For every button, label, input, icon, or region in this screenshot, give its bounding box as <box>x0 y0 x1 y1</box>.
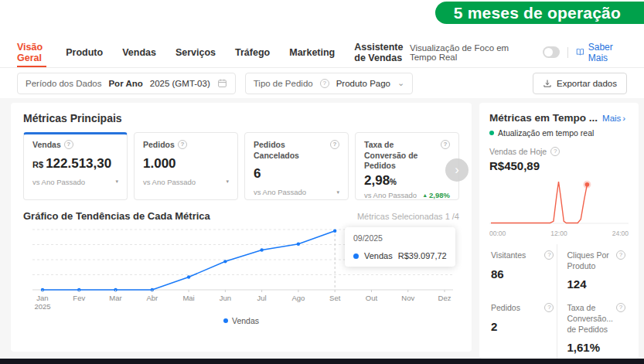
caret-down-icon[interactable]: ▾ <box>115 179 118 185</box>
axis-label: 12:00 <box>550 230 567 237</box>
tab-visao-geral[interactable]: Visão Geral <box>17 37 46 67</box>
trend-header: Gráfico de Tendências de Cada Métrica Mé… <box>23 210 459 222</box>
order-type-value: Produto Pago <box>336 79 390 88</box>
caret-down-icon[interactable]: ▾ <box>336 189 339 196</box>
metric-label: Vendas <box>32 140 61 151</box>
chevron-right-icon: › <box>455 162 459 178</box>
tooltip-series: Vendas <box>364 251 393 260</box>
nav-right: Visualização de Foco em Tempo Real Saber… <box>410 42 627 63</box>
chart-tooltip: 09/2025 Vendas R$39.097,72 <box>345 227 455 267</box>
calendar-icon <box>217 78 227 88</box>
metric-value: R$ 122.513,30 <box>32 156 118 172</box>
metric-card-vendas[interactable]: Vendas ? R$ 122.513,30 vs Ano Passado ▾ <box>23 132 128 200</box>
compare-label: vs Ano Passado <box>254 188 306 196</box>
axis-label: 24:00 <box>612 230 629 237</box>
filter-bar: Período dos Dados Por Ano 2025 (GMT-03) … <box>0 68 644 98</box>
metric-label: Taxa de Conversão de Pedidos <box>364 140 438 172</box>
trend-chart-area: JanFevMarAbrMaiJunJulAgoSetOutNovDez2025… <box>23 223 459 315</box>
stat-value: 2 <box>491 320 554 333</box>
legend-label: Vendas <box>232 316 259 325</box>
download-icon <box>543 79 552 88</box>
period-value: 2025 (GMT-03) <box>150 79 210 88</box>
content-area: Métricas Principais Vendas ? R$ 122.513,… <box>0 98 644 359</box>
tooltip-date: 09/2025 <box>353 233 447 243</box>
realtime-stats-grid: Visitantes ? 86 Cliques Por Produto ? 12… <box>489 244 629 360</box>
metric-cards-row: Vendas ? R$ 122.513,30 vs Ano Passado ▾ … <box>23 132 459 200</box>
metric-label: Pedidos <box>143 140 175 151</box>
svg-text:2025: 2025 <box>34 302 50 311</box>
divider <box>567 47 568 58</box>
learn-more-link[interactable]: Saber Mais <box>576 42 627 63</box>
chart-legend[interactable]: Vendas <box>23 316 459 325</box>
svg-text:Ago: Ago <box>291 294 305 302</box>
stat-value: 1,61% <box>567 341 625 354</box>
realtime-metrics-card: Métricas em Tempo ... Mais › Atualização… <box>479 103 639 359</box>
svg-text:Mai: Mai <box>182 294 194 302</box>
realtime-status: Atualização em tempo real <box>489 128 629 138</box>
currency-prefix: R$ <box>32 160 46 169</box>
focus-toggle-label: Visualização de Foco em Tempo Real <box>410 43 535 62</box>
main-nav: Visão Geral Produto Vendas Serviços Tráf… <box>0 37 644 68</box>
help-icon[interactable]: ? <box>64 140 73 149</box>
tab-trafego[interactable]: Tráfego <box>235 37 270 67</box>
compare-label: vs Ano Passado <box>143 178 196 186</box>
tooltip-value: R$39.097,72 <box>398 251 447 260</box>
realtime-title: Métricas em Tempo ... <box>489 112 598 124</box>
svg-text:Nov: Nov <box>401 294 414 302</box>
tab-servicos[interactable]: Serviços <box>175 37 216 67</box>
svg-text:Set: Set <box>329 294 341 302</box>
metric-card-pedidos[interactable]: Pedidos ? 1.000 vs Ano Passado ▾ <box>134 132 238 200</box>
help-icon[interactable]: ? <box>320 79 329 88</box>
help-icon[interactable]: ? <box>544 250 554 260</box>
axis-label: 00:00 <box>489 230 506 237</box>
help-icon[interactable]: ? <box>616 303 625 312</box>
chevron-down-icon: ⌄ <box>397 79 404 87</box>
help-icon[interactable]: ? <box>544 303 554 312</box>
help-icon[interactable]: ? <box>441 140 450 149</box>
metrics-carousel-next-button[interactable]: › <box>445 158 469 182</box>
key-metrics-card: Métricas Principais Vendas ? R$ 122.513,… <box>11 103 472 352</box>
learn-more-label: Saber Mais <box>588 42 627 63</box>
selected-metrics-count: Métricas Selecionadas 1 /4 <box>357 212 459 221</box>
today-sales-label: Vendas de Hoje <box>489 147 547 156</box>
stat-pedidos: Pedidos ? 2 <box>489 297 557 360</box>
stat-taxa-conversao: Taxa de Conversão... de Pedidos ? 1,61% <box>557 297 629 360</box>
stat-value: 124 <box>567 277 625 291</box>
period-label: Período dos Dados <box>26 79 101 88</box>
help-icon[interactable]: ? <box>616 250 625 260</box>
compare-label: vs Ano Passado <box>364 191 417 199</box>
svg-text:Out: Out <box>366 294 378 302</box>
tab-produto[interactable]: Produto <box>66 37 103 67</box>
realtime-chart-axis: 00:00 12:00 24:00 <box>489 230 629 237</box>
up-arrow-icon: ▲ <box>422 192 428 198</box>
operation-months-banner: 5 meses de operação <box>435 2 644 24</box>
metric-label: Pedidos Cancelados <box>254 140 327 161</box>
svg-text:Fev: Fev <box>73 294 85 302</box>
delta-badge: ▲2,98% <box>422 191 450 199</box>
realtime-more-link[interactable]: Mais › <box>602 114 625 123</box>
svg-text:Abr: Abr <box>146 294 158 302</box>
tab-marketing[interactable]: Marketing <box>289 37 335 67</box>
key-metrics-title: Métricas Principais <box>23 112 459 124</box>
order-type-filter[interactable]: Tipo de Pedido ? Produto Pago ⌄ <box>245 73 414 94</box>
date-range-filter[interactable]: Período dos Dados Por Ano 2025 (GMT-03) <box>17 73 236 94</box>
stat-cliques-por-produto: Cliques Por Produto ? 124 <box>557 244 629 297</box>
metric-card-pedidos-cancelados[interactable]: Pedidos Cancelados ? 6 vs Ano Passado ▾ <box>244 132 349 200</box>
chevron-right-icon: › <box>622 114 625 123</box>
focus-toggle[interactable] <box>543 46 561 58</box>
svg-text:Jun: Jun <box>220 294 231 302</box>
help-icon[interactable]: ? <box>550 147 560 156</box>
tab-assistente-de-vendas[interactable]: Assistente de Vendas <box>354 37 410 67</box>
metric-card-taxa-conversao[interactable]: Taxa de Conversão de Pedidos ? 2,98% vs … <box>355 132 459 200</box>
export-data-button[interactable]: Exportar dados <box>533 73 627 94</box>
svg-text:Mar: Mar <box>109 294 121 302</box>
realtime-chart-svg[interactable] <box>489 175 629 228</box>
caret-down-icon[interactable]: ▾ <box>226 179 229 185</box>
tab-vendas[interactable]: Vendas <box>122 37 156 67</box>
order-type-label: Tipo de Pedido <box>254 79 313 88</box>
help-icon[interactable]: ? <box>330 140 339 149</box>
period-mode: Por Ano <box>108 79 142 88</box>
help-icon[interactable]: ? <box>178 140 187 149</box>
live-dot-icon <box>489 131 494 135</box>
banner-label: 5 meses de operação <box>454 4 621 22</box>
